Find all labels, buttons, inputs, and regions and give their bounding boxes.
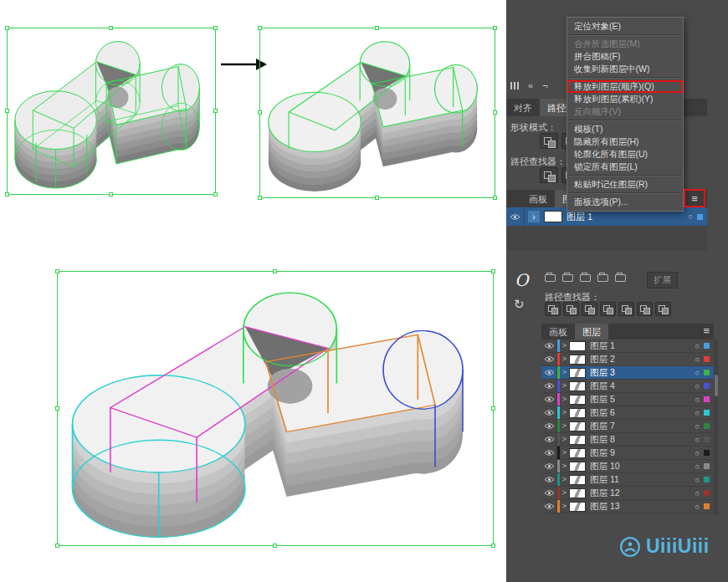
crop-button[interactable] <box>600 302 616 316</box>
menu-item-flatten-artwork[interactable]: 拼合图稿(F) <box>567 50 683 63</box>
scrollbar-thumb[interactable] <box>715 375 718 396</box>
panel-header-icon-5[interactable] <box>615 274 626 282</box>
panel-header-icon-1[interactable] <box>545 274 556 282</box>
selection-handle[interactable] <box>5 109 9 113</box>
expand-chevron-icon[interactable]: > <box>560 449 569 457</box>
minus-back-button[interactable] <box>637 302 653 316</box>
target-circle-icon[interactable]: ○ <box>695 355 700 364</box>
selection-handle[interactable] <box>213 192 218 197</box>
target-circle-icon[interactable]: ○ <box>695 369 700 377</box>
layer-row-11[interactable]: > 图层 11 ○ <box>541 473 714 487</box>
selection-handle[interactable] <box>491 269 495 273</box>
trim-button[interactable] <box>563 302 579 316</box>
expand-chevron-icon[interactable]: > <box>560 489 569 497</box>
selection-handle[interactable] <box>493 110 497 115</box>
target-circle-icon[interactable]: ○ <box>695 396 700 404</box>
visibility-eye-icon[interactable] <box>541 460 557 472</box>
expand-button[interactable]: 扩展 <box>647 272 678 288</box>
selection-handle[interactable] <box>273 269 277 273</box>
expand-compound-button[interactable] <box>655 302 671 316</box>
menu-item-locate-object[interactable]: 定位对象(E) <box>567 20 683 33</box>
visibility-eye-icon[interactable] <box>541 406 557 419</box>
target-circle-icon[interactable]: ○ <box>695 476 700 484</box>
menu-item-panel-options[interactable]: 面板选项(P)... <box>567 196 683 208</box>
target-circle-icon[interactable]: ○ <box>695 449 700 457</box>
tab-artboard-bottom[interactable]: 画板 <box>541 324 575 340</box>
visibility-eye-icon[interactable] <box>541 500 557 513</box>
unite-button[interactable] <box>540 133 558 149</box>
3d-letter-shape-layered[interactable] <box>59 273 490 543</box>
o-tool-icon[interactable]: O <box>515 270 528 290</box>
visibility-eye-icon[interactable] <box>541 487 557 499</box>
panel-header-icon-4[interactable] <box>597 274 608 282</box>
target-circle-icon[interactable]: ○ <box>689 212 693 221</box>
layer-row-4[interactable]: > 图层 4 ○ <box>541 380 714 393</box>
layer-row-9[interactable]: > 图层 9 ○ <box>541 447 714 460</box>
panel-header-icon-3[interactable] <box>580 274 591 282</box>
selection-handle[interactable] <box>55 406 59 411</box>
divide-button[interactable] <box>545 302 561 316</box>
menu-item-lock-all-layers[interactable]: 锁定所有图层(L) <box>567 161 683 173</box>
target-circle-icon[interactable]: ○ <box>695 342 700 350</box>
expand-chevron-icon[interactable]: > <box>560 476 569 483</box>
target-circle-icon[interactable]: ○ <box>695 409 700 417</box>
visibility-eye-icon[interactable] <box>541 393 557 406</box>
outline-button[interactable] <box>618 302 634 316</box>
target-circle-icon[interactable]: ○ <box>695 462 700 471</box>
layer-row-5[interactable]: > 图层 5 ○ <box>541 393 714 406</box>
tab-layers-bottom[interactable]: 图层 <box>575 324 608 340</box>
layer-row-8[interactable]: > 图层 8 ○ <box>541 433 714 447</box>
rotate-loop-icon[interactable]: ↻ <box>514 297 525 312</box>
expand-chevron-icon[interactable]: > <box>560 342 569 350</box>
selection-handle[interactable] <box>55 544 59 548</box>
target-circle-icon[interactable]: ○ <box>695 436 700 444</box>
layer-row-10[interactable]: > 图层 10 ○ <box>541 460 714 473</box>
distribute-bars-icon[interactable] <box>510 82 519 89</box>
divide-button[interactable] <box>540 167 558 183</box>
scrollbar-track[interactable] <box>714 340 718 515</box>
selection-handle[interactable] <box>491 544 495 548</box>
selection-handle[interactable] <box>258 26 262 30</box>
layer-row-6[interactable]: > 图层 6 ○ <box>541 406 714 420</box>
visibility-eye-icon[interactable] <box>541 473 557 486</box>
tab-artboard-top[interactable]: 画板 <box>521 190 555 207</box>
target-circle-icon[interactable]: ○ <box>695 489 700 498</box>
expand-chevron-icon[interactable]: > <box>560 436 569 443</box>
layer-row-2[interactable]: > 图层 2 ○ <box>541 353 714 366</box>
menu-item-outline-all-layers[interactable]: 轮廓化所有图层(U) <box>567 148 683 161</box>
selection-handle[interactable] <box>493 196 497 200</box>
visibility-eye-icon[interactable] <box>541 380 557 392</box>
collapse-chevrons-icon[interactable]: « <box>528 81 533 90</box>
panel-header-icon-2[interactable] <box>562 274 573 282</box>
layer-row-3[interactable]: > 图层 3 ○ <box>541 366 714 380</box>
target-circle-icon[interactable]: ○ <box>695 503 700 511</box>
selection-handle[interactable] <box>375 26 379 30</box>
layer-row-1[interactable]: > 图层 1 ○ <box>541 340 714 353</box>
layer-row-7[interactable]: > 图层 7 ○ <box>541 420 714 433</box>
selection-handle[interactable] <box>491 406 495 411</box>
expand-chevron-icon[interactable]: > <box>560 503 569 510</box>
layer-row-13[interactable]: > 图层 13 ○ <box>541 500 714 513</box>
expand-chevron-icon[interactable]: > <box>560 396 569 403</box>
visibility-eye-icon[interactable] <box>506 207 525 226</box>
selection-handle[interactable] <box>5 192 9 197</box>
selection-handle[interactable] <box>55 269 59 273</box>
visibility-eye-icon[interactable] <box>541 366 557 379</box>
selection-handle[interactable] <box>109 26 113 30</box>
corner-icon[interactable]: ¬ <box>542 81 547 90</box>
expand-chevron-icon[interactable]: > <box>560 422 569 430</box>
panel-menu-icon[interactable]: ≡ <box>691 193 698 204</box>
selection-handle[interactable] <box>493 26 497 30</box>
layer-row-12[interactable]: > 图层 12 ○ <box>541 487 714 500</box>
tab-align[interactable]: 对齐 <box>506 99 540 116</box>
menu-item-hide-all-layers[interactable]: 隐藏所有图层(H) <box>567 135 683 148</box>
3d-letter-shape-released[interactable] <box>261 29 492 195</box>
selection-handle[interactable] <box>5 26 9 30</box>
target-circle-icon[interactable]: ○ <box>695 382 700 391</box>
selection-handle[interactable] <box>258 110 262 115</box>
menu-item-release-to-layers-build[interactable]: 释放到图层(累积)(Y) <box>567 93 683 105</box>
visibility-eye-icon[interactable] <box>541 353 557 365</box>
menu-item-remember-layers-on-paste[interactable]: 粘贴时记住图层(R) <box>567 178 683 191</box>
selection-handle[interactable] <box>273 544 277 548</box>
visibility-eye-icon[interactable] <box>541 433 557 446</box>
